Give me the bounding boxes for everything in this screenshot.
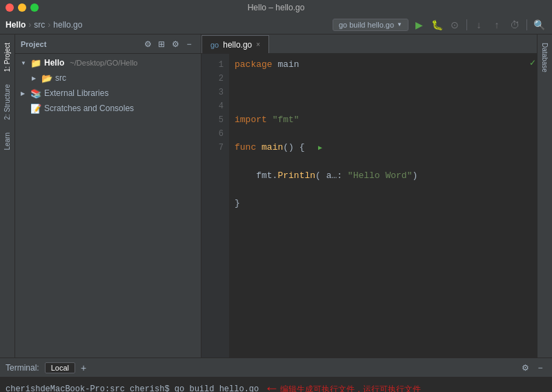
left-side-tabs: 1: Project 2: Structure Learn — [0, 35, 15, 357]
window-controls[interactable] — [6, 3, 39, 12]
tab-close-icon[interactable]: × — [256, 41, 260, 48]
tree-root-label: Hello — [44, 58, 64, 68]
window-title: Hello – hello.go — [248, 3, 305, 12]
terminal-header: Terminal: Local + ⚙ − — [0, 358, 552, 378]
expand-arrow-icon: ▼ — [21, 60, 28, 66]
sidebar-content: ▼ 📁 Hello ~/Desktop/GO/Hello ▶ 📂 src ▶ 📚… — [15, 54, 201, 357]
search-everywhere-button[interactable]: 🔍 — [531, 17, 546, 32]
terminal-content[interactable]: cherishdeMacBook-Pro:src cherish$ go bui… — [0, 378, 552, 392]
coverage-button[interactable]: ⊙ — [447, 17, 462, 32]
sidebar-settings-button[interactable]: ⚙ — [141, 38, 154, 50]
tree-item-src[interactable]: ▶ 📂 src — [15, 70, 201, 86]
terminal-close-icon[interactable]: − — [534, 362, 546, 374]
terminal-right-buttons: ⚙ − — [519, 362, 546, 374]
vcs-push-button[interactable]: ↑ — [489, 17, 504, 32]
tree-scratches-label: Scratches and Consoles — [44, 104, 134, 113]
code-editor[interactable]: package main import "fmt" func main() { … — [229, 54, 529, 357]
terminal-text-1: cherishdeMacBook-Pro:src cherish$ go bui… — [6, 383, 259, 392]
run-button[interactable]: ▶ — [411, 17, 426, 32]
close-button[interactable] — [6, 3, 14, 12]
right-side-tabs: Database — [537, 35, 552, 357]
editor-tab-hello-go[interactable]: go hello.go × — [201, 35, 269, 53]
sidebar-item-learn[interactable]: Learn — [1, 127, 13, 156]
src-folder-icon: 📂 — [41, 73, 52, 84]
breadcrumb: Hello › src › hello.go — [6, 20, 82, 30]
tree-item-root[interactable]: ▼ 📁 Hello ~/Desktop/GO/Hello — [15, 55, 201, 70]
scratches-icon: 📝 — [30, 104, 41, 114]
maximize-button[interactable] — [30, 3, 39, 12]
sidebar-header: Project ⚙ ⊞ ⚙ − — [15, 35, 201, 54]
breadcrumb-file: hello.go — [53, 20, 82, 30]
sidebar-close-button[interactable]: − — [183, 38, 195, 50]
vcs-history-button[interactable]: ⏱ — [507, 17, 522, 32]
tree-src-label: src — [55, 73, 66, 83]
toolbar-separator2 — [526, 19, 527, 30]
project-sidebar: Project ⚙ ⊞ ⚙ − ▼ 📁 Hello ~/Desktop/GO/H… — [15, 35, 201, 357]
annotation-text-1: 编辑生成可执行文件，运行可执行文件 — [280, 383, 421, 392]
sidebar-gear-button[interactable]: ⚙ — [169, 38, 181, 50]
sidebar-title: Project — [21, 40, 139, 48]
line-numbers: 1 2 3 4 5 6 7 — [201, 54, 229, 357]
vcs-update-button[interactable]: ↓ — [471, 17, 486, 32]
tree-item-scratches[interactable]: ▶ 📝 Scratches and Consoles — [15, 101, 201, 116]
toolbar-right: go build hello.go ▼ ▶ 🐛 ⊙ ↓ ↑ ⏱ 🔍 — [333, 17, 546, 32]
expand-arrow-icon: ▶ — [32, 75, 39, 81]
top-toolbar: Hello › src › hello.go go build hello.go… — [0, 15, 552, 35]
sidebar-config-button[interactable]: ⊞ — [155, 38, 168, 50]
library-icon: 📚 — [30, 88, 41, 99]
terminal-add-button[interactable]: + — [81, 362, 86, 373]
expand-arrow-icon: ▶ — [21, 90, 28, 97]
tree-item-external-libs[interactable]: ▶ 📚 External Libraries — [15, 86, 201, 101]
toolbar-separator — [466, 19, 467, 30]
titlebar: Hello – hello.go — [0, 0, 552, 15]
debug-button[interactable]: 🐛 — [429, 17, 444, 32]
run-gutter-icon[interactable]: ▶ — [318, 144, 322, 152]
breadcrumb-project: Hello — [6, 20, 26, 30]
tree-ext-libs-label: External Libraries — [44, 88, 108, 98]
terminal-settings-icon[interactable]: ⚙ — [519, 362, 531, 374]
folder-icon: 📁 — [30, 58, 41, 68]
sidebar-item-project[interactable]: 1: Project — [1, 37, 13, 77]
bottom-area: Terminal: Local + ⚙ − cherishdeMacBook-P… — [0, 357, 552, 392]
chevron-down-icon: ▼ — [397, 21, 402, 28]
run-config-label: go build hello.go — [339, 21, 394, 29]
run-config-button[interactable]: go build hello.go ▼ — [333, 19, 408, 31]
terminal-label: Terminal: — [6, 363, 39, 373]
editor-content[interactable]: 1 2 3 4 5 6 7 package main import "fmt" … — [201, 54, 537, 357]
tab-label: hello.go — [223, 40, 252, 50]
sidebar-toolbar: ⚙ ⊞ ⚙ − — [141, 38, 195, 50]
tree-root-path: ~/Desktop/GO/Hello — [70, 59, 137, 67]
breadcrumb-src: src — [34, 20, 45, 30]
editor-tabs: go hello.go × — [201, 35, 537, 54]
editor-area: go hello.go × 1 2 3 4 5 6 7 package main… — [201, 35, 537, 357]
sidebar-item-database[interactable]: Database — [539, 37, 551, 78]
main-area: 1: Project 2: Structure Learn Project ⚙ … — [0, 35, 552, 357]
terminal-tab-local[interactable]: Local — [45, 362, 75, 373]
editor-right-gutter: ✓ — [529, 54, 537, 357]
go-file-icon: go — [210, 41, 219, 49]
sidebar-item-structure[interactable]: 2: Structure — [1, 79, 13, 126]
minimize-button[interactable] — [18, 3, 26, 12]
annotation-arrow-1: ← — [267, 382, 276, 392]
check-mark-icon: ✓ — [529, 58, 536, 68]
terminal-line-1: cherishdeMacBook-Pro:src cherish$ go bui… — [6, 382, 546, 392]
